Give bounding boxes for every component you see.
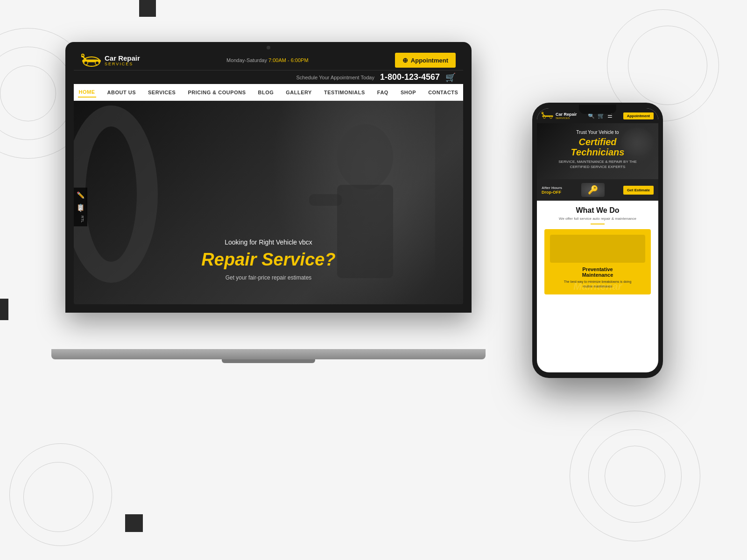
nav-services[interactable]: SERVICES: [147, 88, 176, 97]
phone-logo-icon: [542, 111, 554, 120]
svg-point-12: [550, 116, 552, 119]
hero-prev-arrow[interactable]: ‹: [78, 203, 82, 216]
what-we-do-subtitle: We offer full service auto repair & main…: [542, 217, 654, 221]
svg-point-4: [95, 61, 99, 65]
laptop-device: Car Repair SERVICES Monday-Saturday 7:00…: [65, 42, 476, 359]
car-key-icon: 🔑: [581, 183, 605, 197]
header-hours: Monday-Saturday 7:00AM - 6:00PM: [226, 57, 308, 63]
what-we-do-title: What We Do: [542, 206, 654, 215]
nav-faq[interactable]: FAQ: [376, 88, 389, 97]
deco-square-4: [125, 514, 143, 532]
appointment-button[interactable]: ⊕ Appointment: [395, 53, 456, 68]
website-header: Car Repair SERVICES Monday-Saturday 7:00…: [74, 50, 463, 70]
after-hours-info: After Hours Drop-OFF: [542, 186, 562, 195]
nav-gallery[interactable]: GALLERY: [285, 88, 313, 97]
hero-section: ✏️ 📋 RTL ‹ Looking for Right Vehicle vbc…: [74, 101, 463, 304]
logo-icon: [81, 52, 102, 68]
after-hours-label: After Hours: [542, 186, 562, 190]
deco-square-2: [0, 299, 8, 320]
drop-off-label: Drop-OFF: [542, 190, 562, 195]
website-logo: Car Repair SERVICES: [81, 52, 140, 68]
svg-point-3: [84, 61, 88, 65]
logo-text: Car Repair SERVICES: [105, 55, 140, 66]
what-we-do-section: What We Do We offer full service auto re…: [537, 201, 658, 300]
nav-about[interactable]: ABOUT US: [106, 88, 137, 97]
phone-logo-name: Car Repair: [556, 112, 577, 117]
hero-description: Get your fair-price repair estimates: [152, 274, 385, 281]
phone-screen: Car Repair SERVICES 🔍 🛒 ☰ Appointment Tr…: [537, 108, 658, 372]
laptop-body: Car Repair SERVICES Monday-Saturday 7:00…: [65, 42, 472, 313]
after-hours-bar: After Hours Drop-OFF 🔑 Get Estimate: [537, 179, 658, 201]
cart-icon[interactable]: 🛒: [445, 72, 456, 83]
svg-rect-9: [309, 194, 342, 206]
service-card-title: PreventativeMaintenance: [582, 266, 613, 278]
hero-title: Repair Service?: [152, 250, 385, 270]
laptop-screen: Car Repair SERVICES Monday-Saturday 7:00…: [74, 50, 463, 304]
service-card-wrapper: PreventativeMaintenance The best way to …: [542, 229, 654, 294]
deco-square-1: [139, 0, 156, 17]
get-estimate-btn[interactable]: Get Estimate: [623, 186, 654, 195]
nav-pricing[interactable]: PRICING & COUPONS: [187, 88, 247, 97]
phone-body: Car Repair SERVICES 🔍 🛒 ☰ Appointment Tr…: [532, 103, 663, 378]
edit-icon[interactable]: ✏️: [77, 191, 85, 199]
phone-device: Car Repair SERVICES 🔍 🛒 ☰ Appointment Tr…: [532, 103, 663, 383]
nav-home[interactable]: HOME: [78, 87, 96, 98]
svg-point-6: [81, 54, 84, 57]
svg-point-7: [337, 124, 393, 189]
laptop-foot: [222, 359, 315, 363]
phone-logo-sub: SERVICES: [556, 117, 577, 119]
phone-number: 1-800-123-4567: [380, 72, 440, 82]
svg-point-14: [542, 112, 543, 114]
rtl-label: RTL: [77, 216, 85, 223]
nav-shop[interactable]: SHOP: [400, 88, 417, 97]
hero-content: Looking for Right Vehicle vbcx Repair Se…: [152, 238, 385, 281]
nav-contacts[interactable]: CONTACTS: [427, 88, 459, 97]
nav-testimonials[interactable]: TESTIMONIALS: [323, 88, 366, 97]
yellow-divider: [591, 224, 605, 224]
hero-subtitle: Looking for Right Vehicle vbcx: [152, 238, 385, 246]
svg-point-11: [543, 116, 546, 119]
phone-logo: Car Repair SERVICES: [542, 111, 577, 120]
laptop-base: [51, 349, 486, 359]
phone-notch: [579, 105, 616, 114]
phone-hero: Trust Your Vehicle to CertifiedTechnicia…: [537, 123, 658, 179]
nav-blog[interactable]: BLOG: [257, 88, 275, 97]
maintenance-watermark: Maintenar: [542, 280, 654, 294]
schedule-text: Schedule Your Appointment Today: [296, 75, 374, 80]
website-nav: HOME ABOUT US SERVICES PRICING & COUPONS…: [74, 84, 463, 101]
phone-appointment-btn[interactable]: Appointment: [623, 112, 654, 119]
laptop-camera: [267, 46, 270, 49]
